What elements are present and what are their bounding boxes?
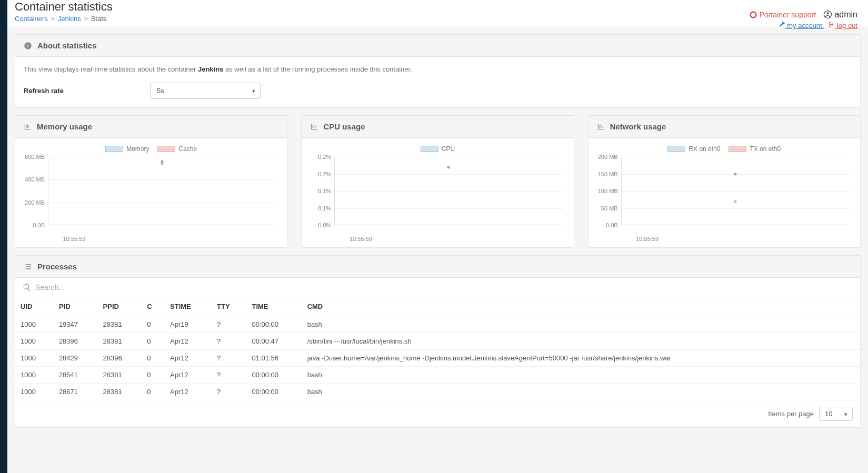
table-header[interactable]: TTY	[212, 297, 246, 316]
table-cell: 1000	[15, 367, 54, 384]
table-cell: 0	[142, 316, 165, 333]
refresh-rate-select[interactable]: 5s	[150, 83, 261, 99]
items-per-page-label: Items per page	[768, 410, 814, 418]
legend-swatch-tx	[729, 146, 746, 152]
legend-swatch-cpu	[421, 146, 438, 152]
table-cell: bash	[302, 316, 860, 333]
table-cell: 28381	[98, 384, 142, 400]
cpu-legend: CPU	[308, 145, 567, 153]
charts-row: Memory usage Memory Cache 600 MB 400 MB …	[15, 115, 861, 248]
table-cell: Apr12	[165, 384, 212, 400]
svg-rect-3	[27, 45, 28, 47]
legend-swatch-memory	[105, 146, 123, 152]
bar-chart-icon	[310, 123, 318, 130]
table-cell: 1000	[15, 384, 54, 400]
breadcrumb-sep: >	[84, 15, 88, 23]
table-header[interactable]: PPID	[98, 297, 142, 316]
breadcrumb: Containers > Jenkins > Stats	[15, 15, 861, 23]
table-cell: 28541	[54, 367, 98, 384]
table-cell: ?	[212, 333, 246, 350]
my-account-link[interactable]: my account	[779, 22, 824, 29]
table-cell: Apr12	[165, 367, 212, 384]
table-cell: 00:00:00	[246, 384, 302, 400]
table-cell: 28381	[98, 316, 142, 333]
network-plot: 200 MB 150 MB 100 MB 50 MB 0.0B	[621, 157, 850, 225]
table-header[interactable]: TIME	[246, 297, 302, 316]
table-header[interactable]: C	[142, 297, 165, 316]
table-cell: /sbin/tini -- /usr/local/bin/jenkins.sh	[302, 333, 860, 350]
table-cell: 00:00:00	[246, 367, 302, 384]
data-point-cpu	[447, 166, 450, 168]
table-cell: 0	[142, 333, 165, 350]
breadcrumb-containers[interactable]: Containers	[15, 15, 48, 23]
table-row: 100019347283810Apr19?00:00:00bash	[15, 316, 860, 333]
legend-swatch-rx	[667, 146, 685, 152]
svg-point-4	[27, 43, 28, 44]
header-user: admin	[823, 10, 857, 19]
table-cell: 00:00:47	[246, 333, 302, 350]
logout-icon	[828, 21, 835, 28]
table-row: 100028541283810Apr12?00:00:00bash	[15, 367, 860, 384]
about-panel: About statistics This view displays real…	[15, 34, 861, 108]
table-cell: 0	[142, 384, 165, 400]
table-cell: bash	[302, 367, 860, 384]
table-row: 100028429283960Apr12?01:01:56java -Duser…	[15, 350, 860, 367]
table-cell: 00:00:00	[246, 316, 302, 333]
data-point-cache	[161, 163, 164, 165]
table-cell: 28396	[98, 350, 142, 367]
memory-chart-title: Memory usage	[37, 122, 92, 131]
page-header: Container statistics Containers > Jenkin…	[7, 0, 868, 27]
table-header[interactable]: STIME	[165, 297, 212, 316]
process-search-input[interactable]	[22, 283, 854, 291]
network-legend: RX on eth0 TX on eth0	[595, 145, 854, 153]
bar-chart-icon	[24, 123, 32, 130]
search-icon	[23, 283, 31, 291]
table-cell: ?	[212, 316, 246, 333]
data-point-tx	[734, 200, 736, 203]
processes-panel: Processes UIDPIDPPIDCSTIMETTYTIMECMD 100…	[15, 255, 861, 428]
memory-plot: 600 MB 400 MB 200 MB 0.0B 10:55:59	[48, 157, 276, 225]
about-text: This view displays real-time statistics …	[24, 65, 852, 73]
processes-table: UIDPIDPPIDCSTIMETTYTIMECMD 1000193472838…	[15, 297, 860, 400]
legend-swatch-cache	[157, 146, 175, 152]
table-cell: ?	[212, 350, 246, 367]
table-header[interactable]: PID	[54, 297, 98, 316]
table-cell: 28429	[54, 350, 98, 367]
tasks-icon	[24, 263, 32, 271]
breadcrumb-stats: Stats	[91, 15, 107, 23]
table-cell: 1000	[15, 316, 54, 333]
table-cell: bash	[302, 384, 860, 400]
table-cell: ?	[212, 384, 246, 400]
sidebar-collapsed	[0, 0, 7, 442]
table-cell: 0	[142, 367, 165, 384]
network-chart-panel: Network usage RX on eth0 TX on eth0 200 …	[588, 115, 861, 248]
breadcrumb-jenkins[interactable]: Jenkins	[58, 15, 81, 23]
info-icon	[24, 42, 32, 50]
table-cell: 1000	[15, 333, 54, 350]
table-cell: 0	[142, 350, 165, 367]
table-cell: 01:01:56	[246, 350, 302, 367]
portainer-support-link[interactable]: Portainer support	[749, 11, 818, 19]
life-ring-icon	[749, 11, 757, 19]
items-per-page-select[interactable]: 10	[819, 407, 853, 421]
table-cell: 28381	[98, 367, 142, 384]
table-cell: java -Duser.home=/var/jenkins_home -Djen…	[302, 350, 860, 367]
table-cell: 19347	[54, 316, 98, 333]
table-header[interactable]: CMD	[302, 297, 860, 316]
table-cell: 1000	[15, 350, 54, 367]
user-icon	[823, 10, 832, 19]
svg-point-1	[826, 12, 829, 14]
cpu-plot: 0.2% 0.2% 0.1% 0.1% 0.0%	[334, 157, 563, 225]
network-chart-title: Network usage	[610, 122, 666, 131]
cpu-chart-panel: CPU usage CPU 0.2% 0.2% 0.1% 0.1% 0.0%	[301, 115, 574, 248]
header-right: Portainer support admin my account log o…	[749, 10, 861, 29]
breadcrumb-sep: >	[51, 15, 55, 23]
table-header[interactable]: UID	[15, 297, 54, 316]
table-row: 100028671283810Apr12?00:00:00bash	[15, 384, 860, 400]
log-out-link[interactable]: log out	[828, 22, 857, 29]
about-panel-title: About statistics	[37, 41, 97, 50]
about-panel-header: About statistics	[15, 35, 860, 57]
table-cell: ?	[212, 367, 246, 384]
table-row: 100028396283810Apr12?00:00:47/sbin/tini …	[15, 333, 860, 350]
cpu-chart-title: CPU usage	[323, 122, 365, 131]
